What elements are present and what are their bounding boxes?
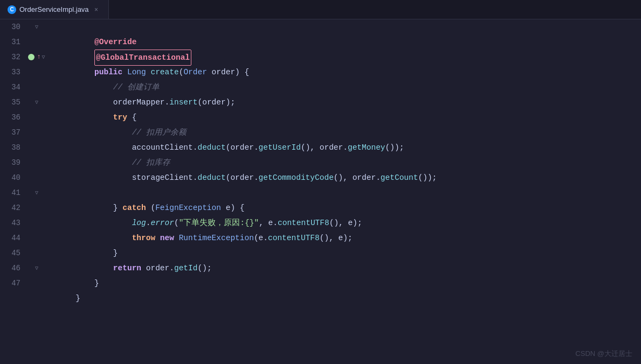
- gutter-39: [31, 155, 42, 170]
- method-get-money: getMoney: [348, 143, 385, 152]
- tab-bar: C OrderServiceImpl.java ×: [0, 0, 641, 19]
- comment-create-order: // 创建订单: [75, 83, 160, 92]
- gutter-31: [31, 34, 42, 50]
- type-long: Long: [127, 68, 146, 76]
- var-order-mapper: orderMapper: [113, 98, 165, 107]
- line-num-47: 47: [0, 276, 25, 291]
- line-num-32: 32: [0, 50, 25, 65]
- type-runtime-exception: RuntimeException: [179, 234, 254, 242]
- annotation-override: @Override: [75, 38, 136, 46]
- watermark: CSDN @大迁居士: [575, 349, 632, 359]
- method-deduct-account: deduct: [197, 143, 225, 152]
- method-create: create: [150, 68, 178, 76]
- tab-filename: OrderServiceImpl.java: [19, 5, 89, 13]
- gutter-33: [31, 65, 42, 80]
- line-num-34: 34: [0, 80, 25, 95]
- line-num-30: 30: [0, 19, 25, 34]
- keyword-try: try: [75, 113, 127, 122]
- gutter-37: [31, 125, 42, 140]
- keyword-new: new: [160, 234, 174, 242]
- method-get-commodity-code: getCommodityCode: [259, 173, 334, 182]
- line-num-31: 31: [0, 34, 25, 50]
- line-num-42: 42: [0, 200, 25, 215]
- method-deduct-storage: deduct: [197, 173, 225, 182]
- gutter-41[interactable]: ▽: [31, 185, 42, 200]
- line-num-37: 37: [0, 125, 25, 140]
- type-feign-exception: FeignException: [155, 204, 221, 212]
- gutter-43: [31, 215, 42, 230]
- line-num-33: 33: [0, 65, 25, 80]
- gutter-44: [31, 230, 42, 246]
- line-num-45: 45: [0, 246, 25, 261]
- gutter-46[interactable]: ▽: [31, 261, 42, 276]
- method-get-user-id: getUserId: [259, 143, 301, 152]
- method-content-utf8-2: contentUTF8: [268, 234, 320, 242]
- file-tab[interactable]: C OrderServiceImpl.java ×: [0, 0, 109, 19]
- fold-arrow-46: ▽: [35, 265, 38, 271]
- code-line-30: @Override: [47, 19, 641, 34]
- tab-file-icon: C: [8, 5, 16, 14]
- code-line-41: } catch (FeignException e) {: [47, 185, 641, 200]
- line-num-38: 38: [0, 140, 25, 155]
- line-numbers: 30 31 32 33 34 35 36 37 38 39 40 41 42 4…: [0, 19, 31, 364]
- fold-arrow-30: ▽: [35, 24, 38, 30]
- gutter-32[interactable]: ↑ ▽: [31, 50, 42, 65]
- line-num-35: 35: [0, 95, 25, 110]
- var-storage-client: storageClient: [132, 173, 193, 182]
- method-insert: insert: [169, 98, 197, 107]
- fold-arrow-35: ▽: [35, 99, 38, 106]
- method-content-utf8: contentUTF8: [278, 219, 329, 227]
- keyword-catch: catch: [122, 204, 146, 212]
- string-error-msg: "下单失败，原因:{}": [179, 219, 259, 227]
- type-order: Order: [183, 68, 207, 76]
- code-line-47: }: [47, 276, 641, 291]
- gutter-47: [31, 276, 42, 291]
- code-content: @Override @GlobalTransactional public Lo…: [42, 19, 641, 364]
- keyword-throw: throw: [132, 234, 156, 242]
- gutter-34: [31, 80, 42, 95]
- comment-deduct-balance: // 扣用户余额: [75, 128, 187, 137]
- gutter-30[interactable]: ▽: [31, 19, 42, 34]
- var-log: log: [132, 219, 146, 227]
- line-num-36: 36: [0, 110, 25, 125]
- editor-area: 30 31 32 33 34 35 36 37 38 39 40 41 42 4…: [0, 19, 641, 364]
- breakpoint-dot-32: [28, 54, 35, 60]
- line-num-41: 41: [0, 185, 25, 200]
- gutter-35[interactable]: ▽: [31, 95, 42, 110]
- line-num-43: 43: [0, 215, 25, 230]
- tab-close-button[interactable]: ×: [92, 5, 101, 14]
- var-account-client: accountClient: [132, 143, 193, 152]
- gutter-45: [31, 246, 42, 261]
- code-line-45: return order.getId();: [47, 246, 641, 261]
- line-num-39: 39: [0, 155, 25, 170]
- method-error: error: [150, 219, 174, 227]
- up-arrow-32: ↑: [37, 53, 40, 61]
- gutter: ▽ ↑ ▽ ▽ ▽ ▽: [31, 19, 42, 364]
- method-get-count: getCount: [381, 173, 418, 182]
- line-num-40: 40: [0, 170, 25, 185]
- keyword-return: return: [75, 264, 141, 272]
- gutter-38: [31, 140, 42, 155]
- line-num-46: 46: [0, 261, 25, 276]
- gutter-36: [31, 110, 42, 125]
- fold-arrow-41: ▽: [35, 190, 38, 196]
- line-num-44: 44: [0, 230, 25, 246]
- annotation-global-transactional: @GlobalTransactional: [75, 53, 191, 62]
- gutter-42: [31, 200, 42, 215]
- gutter-40: [31, 170, 42, 185]
- method-get-id: getId: [174, 264, 198, 272]
- comment-deduct-stock: // 扣库存: [75, 158, 170, 167]
- keyword-public: public: [75, 68, 122, 76]
